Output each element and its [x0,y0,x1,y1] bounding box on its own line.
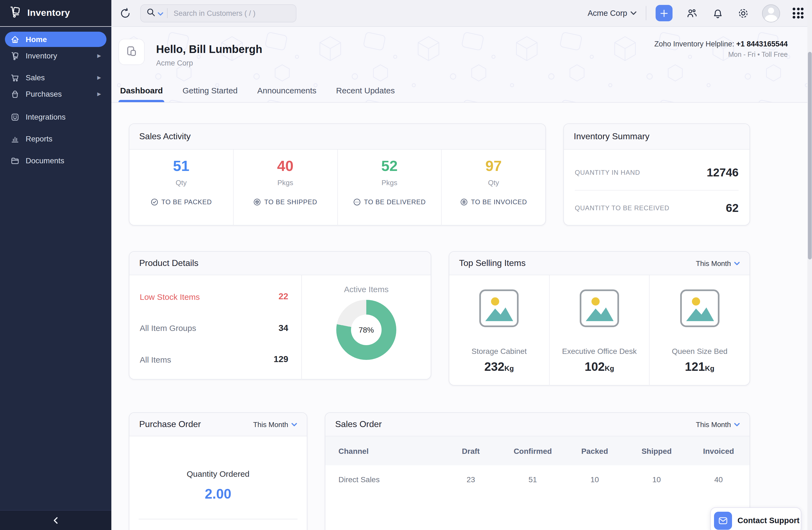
column-header[interactable]: Confirmed [502,436,564,465]
period-label: This Month [253,420,288,428]
cart-icon [10,73,20,82]
org-switcher[interactable]: Acme Corp [588,9,637,17]
period-dropdown[interactable]: This Month [253,420,297,428]
cell-draft: 23 [440,465,502,494]
reports-icon [10,134,20,143]
row-label: All Item Groups [140,323,196,333]
integrations-icon [10,112,20,121]
page-header: Hello, Bill Lumbergh Acme Corp Zoho Inve… [111,26,812,103]
sales-activity-to-be-shipped[interactable]: 40 Pkgs TO BE SHIPPED [233,149,337,226]
tab-getting-started[interactable]: Getting Started [181,86,240,102]
sidebar-item-reports[interactable]: Reports [5,131,106,146]
sales-activity-header: Sales Activity [129,124,545,149]
divider [139,519,298,519]
sales-activity-to-be-packed[interactable]: 51 Qty TO BE PACKED [129,149,233,226]
metric-label: TO BE INVOICED [471,198,527,206]
product-image-placeholder-icon [480,289,519,327]
column-header[interactable]: Draft [440,436,502,465]
folder-icon [10,156,20,165]
sidebar-item-label: Purchases [26,89,91,98]
users-icon[interactable] [685,6,698,20]
column-header[interactable]: Channel [325,436,440,465]
search-divider [167,8,168,18]
app-grid-icon[interactable] [793,8,803,18]
sidebar-item-integrations[interactable]: Integrations [5,109,106,125]
metric-value: 51 [173,159,189,174]
column-header[interactable]: Packed [564,436,626,465]
top-selling-item[interactable]: Executive Office Desk 102Kg [549,275,649,386]
org-logo-placeholder[interactable] [118,39,145,65]
quick-add-button[interactable] [656,5,672,21]
all-items-row[interactable]: All Items 129 [140,355,288,364]
card-title: Sales Activity [139,132,191,141]
notifications-bell-icon[interactable] [711,6,724,20]
item-value: 102 [585,360,605,374]
delivery-icon [353,198,361,206]
refresh-icon[interactable] [118,6,132,20]
product-details-header: Product Details [129,252,431,275]
search-scope-chevron-icon[interactable] [158,8,163,18]
top-selling-item[interactable]: Storage Cabinet 232Kg [449,275,549,386]
column-header[interactable]: Shipped [626,436,687,465]
inventory-summary-header: Inventory Summary [564,124,750,149]
package-icon [253,198,261,206]
collapse-chevron-icon [53,517,59,524]
sales-activity-to-be-delivered[interactable]: 52 Pkgs TO BE DELIVERED [337,149,441,226]
tab-announcements[interactable]: Announcements [256,86,318,102]
metric-value: 97 [485,159,502,174]
cell-invoiced: 40 [687,465,750,494]
sidebar-item-home[interactable]: Home [5,32,106,47]
top-selling-item[interactable]: Queen Size Bed 121Kg [649,275,750,386]
search-input[interactable] [173,9,290,18]
item-unit: Kg [504,364,514,372]
table-row[interactable]: Direct Sales 23 51 10 10 40 [325,465,750,494]
app-logo[interactable]: Inventory [0,0,111,26]
purchase-order-card: Purchase Order This Month Quantity Order… [129,412,307,530]
metric-unit: Pkgs [277,178,293,187]
greeting-text: Hello, Bill Lumbergh [156,43,262,56]
period-dropdown[interactable]: This Month [696,259,740,267]
helpline-number[interactable]: +1 8443165544 [736,40,788,48]
sidebar-item-label: Reports [26,134,101,143]
active-items-donut: 78% [336,300,396,360]
item-value: 232 [484,360,504,374]
row-label: QUANTITY TO BE RECEIVED [575,204,669,212]
top-selling-items-card: Top Selling Items This Month Storage Cab… [449,251,750,386]
sidebar-item-documents[interactable]: Documents [5,153,106,168]
quantity-ordered-label: Quantity Ordered [187,469,249,478]
app-title: Inventory [27,8,70,18]
donut-title: Active Items [344,285,388,294]
scrollbar-track[interactable] [807,0,812,530]
sidebar-item-sales[interactable]: Sales ▶ [5,70,106,85]
product-details-card: Product Details Low Stock Items 22 All I… [129,251,431,379]
global-search[interactable] [140,4,296,22]
chevron-down-icon [630,11,637,15]
tab-recent-updates[interactable]: Recent Updates [334,86,396,102]
scrollbar-thumb[interactable] [808,52,812,259]
sidebar-item-label: Integrations [26,113,101,121]
sales-activity-to-be-invoiced[interactable]: 97 Qty TO BE INVOICED [441,149,546,226]
plus-icon [659,9,669,18]
settings-gear-icon[interactable] [736,6,750,20]
period-dropdown[interactable]: This Month [696,420,740,428]
helpline-label: Zoho Inventory Helpline: [654,40,734,48]
topbar-actions: Acme Corp [588,4,812,22]
metric-value: 52 [381,159,398,174]
row-value: 62 [726,201,739,215]
all-item-groups-row[interactable]: All Item Groups 34 [140,323,288,333]
sidebar-item-inventory[interactable]: Inventory ▶ [5,48,106,63]
sidebar-item-label: Sales [26,73,91,82]
metric-label: TO BE DELIVERED [364,198,426,206]
contact-support-button[interactable]: Contact Support [710,507,801,530]
submenu-arrow-icon: ▶ [97,53,101,58]
invoice-icon [460,198,468,206]
metric-label: TO BE SHIPPED [264,198,317,206]
column-header[interactable]: Invoiced [687,436,750,465]
low-stock-items-row[interactable]: Low Stock Items 22 [140,292,288,301]
tab-dashboard[interactable]: Dashboard [118,86,164,102]
sidebar-item-purchases[interactable]: Purchases ▶ [5,86,106,102]
sales-order-card: Sales Order This Month Channel Draft Con… [325,412,750,530]
sidebar-collapse-button[interactable] [0,510,111,530]
user-avatar[interactable] [762,4,780,22]
submenu-arrow-icon: ▶ [97,91,101,97]
